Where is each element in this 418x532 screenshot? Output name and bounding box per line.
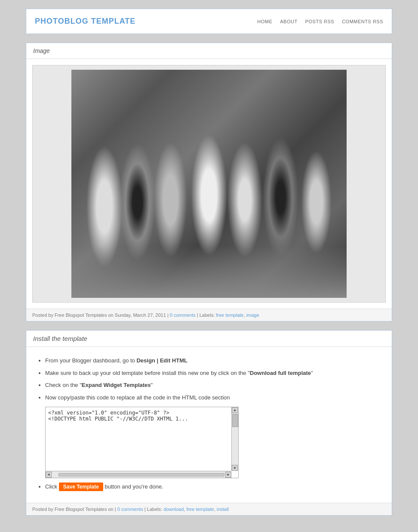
scroll-thumb-v xyxy=(232,414,238,427)
step2-pre: Make sure to back up your old template b… xyxy=(45,370,250,376)
step5-pre: Click xyxy=(45,483,59,490)
install-step-2: Make sure to back up your old template b… xyxy=(45,368,381,379)
blog-nav: HOME ABOUT POSTS RSS COMMENTS RSS xyxy=(257,19,383,24)
image-post-meta: Posted by Free Blogspot Templates on Sun… xyxy=(26,309,392,321)
save-template-button[interactable]: Save Template xyxy=(59,483,103,491)
scroll-right-button[interactable]: ► xyxy=(225,472,231,478)
nav-posts-rss[interactable]: POSTS RSS xyxy=(305,19,334,24)
horizontal-scrollbar[interactable]: ◄ ► xyxy=(46,471,231,478)
install-meta-text: Posted by Free Blogspot Templates on | xyxy=(32,507,116,512)
install-step-4: Now copy/paste this code to replace all … xyxy=(45,393,381,478)
image-comments-link[interactable]: 0 comments xyxy=(170,312,196,318)
image-labels-text: | Labels: xyxy=(197,312,215,318)
vertical-scrollbar[interactable]: ▲ ▼ xyxy=(231,407,238,471)
step3-pre: Check on the " xyxy=(45,382,82,388)
install-post-card: Install the template From your Blogger d… xyxy=(26,330,392,516)
install-step-1: From your Blogger dashboard, go to Desig… xyxy=(45,356,381,366)
scroll-down-button[interactable]: ▼ xyxy=(232,465,238,471)
image-post-card: Image Posted by Free Blogspot Templates … xyxy=(26,43,392,322)
step1-pre: From your Blogger dashboard, go to xyxy=(45,357,136,364)
blog-header: PHOTOBLOG TEMPLATE HOME ABOUT POSTS RSS … xyxy=(26,9,392,34)
image-post-body xyxy=(26,59,392,309)
install-post-body: From your Blogger dashboard, go to Desig… xyxy=(26,347,392,503)
install-post-heading: Install the template xyxy=(26,331,392,347)
step2-bold: Download full template xyxy=(250,370,311,376)
install-steps-list: From your Blogger dashboard, go to Desig… xyxy=(37,356,381,492)
nav-about[interactable]: ABOUT xyxy=(280,19,297,24)
nav-home[interactable]: HOME xyxy=(257,19,272,24)
image-meta-text: Posted by Free Blogspot Templates on Sun… xyxy=(32,312,169,318)
install-post-meta: Posted by Free Blogspot Templates on | 0… xyxy=(26,503,392,515)
code-textarea-wrapper: <?xml version="1.0" encoding="UTF-8" ?> … xyxy=(45,407,239,479)
install-step-5: Click Save Template button and you're do… xyxy=(45,482,381,492)
step4-text: Now copy/paste this code to replace all … xyxy=(45,394,230,401)
install-label2-link[interactable]: free template xyxy=(186,507,214,512)
scroll-up-button[interactable]: ▲ xyxy=(232,407,238,413)
image-label1-link[interactable]: free template xyxy=(216,312,243,318)
step2-post: " xyxy=(311,370,313,376)
image-post-heading: Image xyxy=(26,43,392,59)
code-textarea[interactable]: <?xml version="1.0" encoding="UTF-8" ?> … xyxy=(46,407,231,467)
step5-post: button and you're done. xyxy=(103,483,163,490)
image-label2-link[interactable]: image xyxy=(246,312,259,318)
install-comments-link[interactable]: 0 comments xyxy=(117,507,143,512)
step3-post: " xyxy=(151,382,153,388)
image-container xyxy=(32,65,386,303)
install-step-3: Check on the "Expand Widget Templates" xyxy=(45,380,381,391)
install-label1-link[interactable]: download xyxy=(163,507,184,512)
scroll-left-button[interactable]: ◄ xyxy=(46,472,52,478)
page-wrapper: PHOTOBLOG TEMPLATE HOME ABOUT POSTS RSS … xyxy=(0,0,418,532)
step1-bold: Design | Edit HTML xyxy=(136,357,187,364)
scroll-track-h xyxy=(58,473,224,476)
nav-comments-rss[interactable]: COMMENTS RSS xyxy=(342,19,383,24)
photo-image xyxy=(71,70,347,298)
install-label3-link[interactable]: install xyxy=(217,507,229,512)
step3-bold: Expand Widget Templates xyxy=(82,382,151,388)
blog-title: PHOTOBLOG TEMPLATE xyxy=(35,17,135,26)
install-labels-text: | Labels: xyxy=(144,507,162,512)
